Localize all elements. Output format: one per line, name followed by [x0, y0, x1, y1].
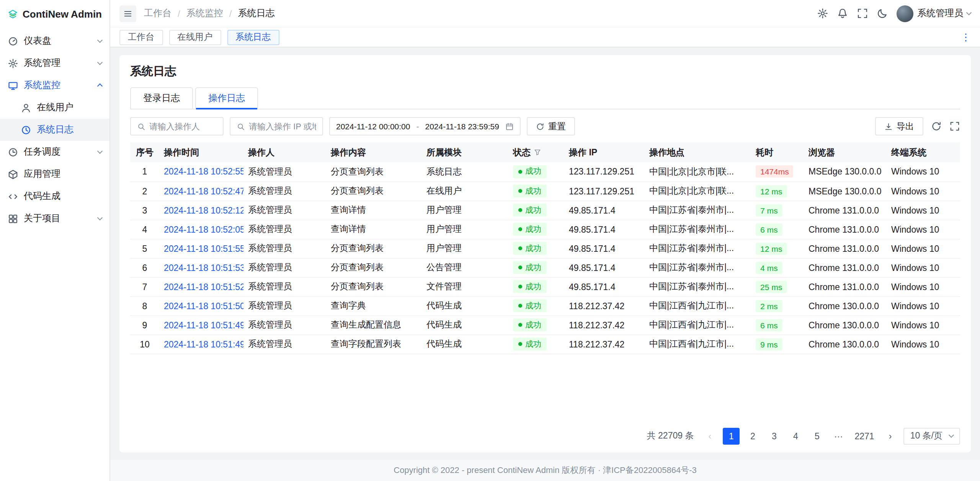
right-column: 工作台 / 系统监控 / 系统日志 系统管理员 工作台: [110, 0, 980, 481]
page-tab[interactable]: 系统日志: [227, 29, 279, 45]
cell-os: Windows 10: [887, 277, 960, 296]
tabs-more-icon[interactable]: ⋮: [961, 32, 971, 42]
cell-ip: 49.85.171.4: [564, 277, 645, 296]
status-dot: [518, 323, 522, 327]
user-menu[interactable]: 系统管理员: [897, 5, 971, 22]
log-detail-link[interactable]: 2024-11-18 10:51:50: [164, 301, 243, 310]
log-detail-link[interactable]: 2024-11-18 10:51:49: [164, 320, 243, 329]
col-header-cost: 耗时: [751, 142, 804, 162]
cell-time: 2024-11-18 10:51:52: [159, 277, 243, 296]
pagination-page-button[interactable]: 2271: [851, 427, 877, 444]
chevron-down-icon: [966, 10, 972, 15]
settings-gear-icon[interactable]: [817, 8, 828, 19]
table-row: 5 2024-11-18 10:51:55 系统管理员 分页查询列表 用户管理 …: [130, 239, 960, 258]
pagination-prev-button[interactable]: ‹: [701, 427, 718, 444]
sidebar-item-about-project[interactable]: 关于项目: [0, 207, 109, 230]
cell-status: 成功: [508, 201, 564, 220]
table-fullscreen-icon[interactable]: [949, 121, 960, 132]
refresh-icon[interactable]: [931, 121, 942, 132]
log-detail-link[interactable]: 2024-11-18 10:52:05: [164, 225, 243, 234]
log-detail-link[interactable]: 2024-11-18 10:52:55: [164, 167, 243, 176]
log-history-icon: [21, 124, 31, 135]
cell-index: 4: [130, 220, 159, 239]
status-badge: 成功: [513, 299, 547, 312]
bell-icon[interactable]: [837, 8, 848, 19]
log-detail-link[interactable]: 2024-11-18 10:52:47: [164, 186, 243, 196]
breadcrumb-item[interactable]: 工作台: [144, 7, 172, 20]
log-table: 序号 操作时间 操作人 操作内容 所属模块 状态 操作 I: [130, 142, 960, 354]
pagination-page-button[interactable]: 5: [808, 427, 825, 444]
sidebar-item-system-monitor[interactable]: 系统监控: [0, 74, 109, 96]
sidebar-item-system-management[interactable]: 系统管理: [0, 52, 109, 74]
cell-content: 查询详情: [326, 201, 422, 220]
cell-browser: MSEdge 130.0.0.0: [804, 162, 887, 181]
sidebar-item-dashboard[interactable]: 仪表盘: [0, 30, 109, 52]
col-header-browser: 浏览器: [804, 142, 887, 162]
pagination-page-button[interactable]: ···: [830, 427, 847, 444]
schedule-icon: [8, 147, 18, 157]
log-tab[interactable]: 登录日志: [130, 87, 193, 109]
cell-browser: Chrome 130.0.0.0: [804, 296, 887, 315]
ip-search-field[interactable]: [230, 117, 323, 135]
filter-funnel-icon[interactable]: [534, 148, 541, 156]
ip-search-input[interactable]: [249, 122, 316, 131]
dark-mode-moon-icon[interactable]: [877, 8, 888, 19]
pagination-page-button[interactable]: 3: [766, 427, 782, 444]
log-type-tabs: 登录日志 操作日志: [130, 87, 960, 109]
top-header: 工作台 / 系统监控 / 系统日志 系统管理员: [110, 0, 980, 28]
log-detail-link[interactable]: 2024-11-18 10:51:55: [164, 244, 243, 253]
table-row: 6 2024-11-18 10:51:53 系统管理员 分页查询列表 公告管理 …: [130, 258, 960, 277]
operator-search-field[interactable]: [130, 117, 224, 135]
reset-button[interactable]: 重置: [527, 117, 575, 135]
cell-content: 分页查询列表: [326, 239, 422, 258]
cell-index: 8: [130, 296, 159, 315]
cell-ip: 118.212.37.42: [564, 296, 645, 315]
box-icon: [8, 169, 18, 179]
sidebar-item-task-schedule[interactable]: 任务调度: [0, 141, 109, 163]
log-detail-link[interactable]: 2024-11-18 10:51:53: [164, 263, 243, 272]
cell-os: Windows 10: [887, 239, 960, 258]
cell-module: 用户管理: [422, 239, 508, 258]
pagination-page-button[interactable]: 1: [723, 427, 740, 444]
sidebar-item-system-logs[interactable]: 系统日志: [0, 119, 109, 141]
cell-operator: 系统管理员: [243, 334, 326, 354]
pagination-page-button[interactable]: 2: [744, 427, 761, 444]
opened-tabs-bar: 工作台 在线用户 系统日志 ⋮: [110, 28, 980, 47]
page-tab[interactable]: 工作台: [119, 29, 163, 45]
cell-cost: 12 ms: [751, 181, 804, 201]
cell-time: 2024-11-18 10:52:05: [159, 220, 243, 239]
log-tab[interactable]: 操作日志: [195, 87, 258, 109]
sidebar-item-app-management[interactable]: 应用管理: [0, 163, 109, 185]
log-detail-link[interactable]: 2024-11-18 10:52:12: [164, 205, 243, 215]
breadcrumb-item[interactable]: 系统监控: [186, 7, 223, 20]
username: 系统管理员: [917, 7, 963, 20]
monitor-icon: [8, 80, 18, 91]
log-detail-link[interactable]: 2024-11-18 10:51:52: [164, 282, 243, 291]
page-size-select[interactable]: 10 条/页: [903, 427, 960, 444]
pagination-page-button[interactable]: 4: [787, 427, 804, 444]
status-badge: 成功: [513, 318, 547, 331]
log-detail-link[interactable]: 2024-11-18 10:51:49: [164, 339, 243, 349]
logo-text: ContiNew Admin: [23, 8, 102, 20]
operator-search-input[interactable]: [149, 122, 217, 131]
cell-operator: 系统管理员: [243, 315, 326, 334]
pagination-next-button[interactable]: ›: [882, 427, 899, 444]
cell-os: Windows 10: [887, 162, 960, 181]
fullscreen-icon[interactable]: [857, 8, 868, 19]
cost-badge: 2 ms: [756, 300, 782, 312]
col-header-operator: 操作人: [243, 142, 326, 162]
sidebar-collapse-button[interactable]: [119, 5, 136, 22]
app-logo[interactable]: ContiNew Admin: [0, 0, 109, 28]
sidebar-item-online-users[interactable]: 在线用户: [0, 96, 109, 119]
cell-operator: 系统管理员: [243, 201, 326, 220]
cell-time: 2024-11-18 10:52:47: [159, 181, 243, 201]
sidebar-item-code-generation[interactable]: 代码生成: [0, 185, 109, 207]
date-range-picker[interactable]: 2024-11-12 00:00:00 - 2024-11-18 23:59:5…: [329, 117, 521, 135]
table-row: 9 2024-11-18 10:51:49 系统管理员 查询生成配置信息 代码生…: [130, 315, 960, 334]
export-button[interactable]: 导出: [875, 117, 923, 135]
cell-module: 文件管理: [422, 277, 508, 296]
avatar: [897, 5, 913, 22]
cell-cost: 9 ms: [751, 334, 804, 354]
page-tab[interactable]: 在线用户: [169, 29, 221, 45]
cell-status: 成功: [508, 258, 564, 277]
